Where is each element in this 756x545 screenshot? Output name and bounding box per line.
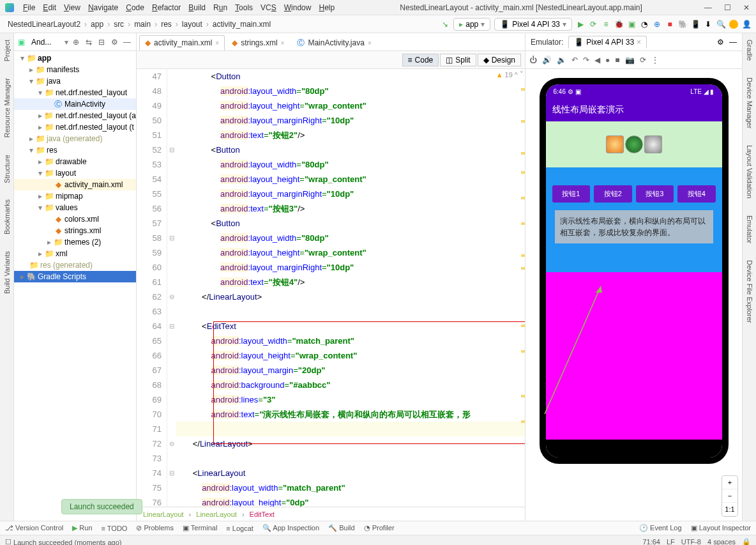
gear-icon[interactable]: ⚙ xyxy=(717,38,724,47)
run-icon[interactable]: ▶ xyxy=(576,20,585,29)
more-icon[interactable]: ⋮ xyxy=(651,56,659,65)
target-icon[interactable]: ⊕ xyxy=(71,37,81,47)
menu-window[interactable]: Window xyxy=(280,3,315,12)
phone-edittext[interactable]: 演示线性布局嵌套，横向和纵向的布局可以相互嵌套，形成比较复杂的界面。 xyxy=(555,210,713,243)
menu-tools[interactable]: Tools xyxy=(231,3,257,12)
close-icon[interactable]: × xyxy=(281,40,285,47)
power-icon[interactable]: ⏻ xyxy=(529,56,537,65)
apply-changes-icon[interactable]: ⟳ xyxy=(589,20,598,29)
crumb-layout[interactable]: layout xyxy=(179,20,205,29)
mode-code[interactable]: ≡ Code xyxy=(402,54,439,66)
crumb-main[interactable]: main xyxy=(132,20,153,29)
tool-project[interactable]: Project xyxy=(3,36,11,65)
tree-xml[interactable]: xml xyxy=(56,249,68,258)
tool-layout-inspector[interactable]: ▣ Layout Inspector xyxy=(691,524,751,532)
tool-build[interactable]: 🔨 Build xyxy=(328,524,355,532)
bc-linearlayout-2[interactable]: LinearLayout xyxy=(193,510,239,518)
back-icon[interactable]: ◀ xyxy=(594,56,600,65)
tree-manifests[interactable]: manifests xyxy=(47,65,79,74)
menu-run[interactable]: Run xyxy=(209,3,231,12)
tool-emulator[interactable]: Emulator xyxy=(746,211,753,247)
tool-app-inspection[interactable]: 🔍 App Inspection xyxy=(262,524,319,532)
tab-strings[interactable]: ◆strings.xml× xyxy=(226,35,290,50)
menu-view[interactable]: View xyxy=(60,3,84,12)
tool-gradle[interactable]: Gradle xyxy=(746,36,753,65)
menu-help[interactable]: Help xyxy=(315,3,338,12)
home-icon[interactable]: ● xyxy=(605,56,610,65)
debug-icon[interactable]: 🐞 xyxy=(614,20,623,29)
tree-res[interactable]: res xyxy=(47,146,57,155)
avd-icon[interactable]: 📱 xyxy=(691,20,700,29)
coverage-icon[interactable]: ▣ xyxy=(627,20,636,29)
tree-colors[interactable]: colors.xml xyxy=(64,215,99,224)
tree-mipmap[interactable]: mipmap xyxy=(56,192,83,201)
close-icon[interactable]: × xyxy=(215,40,219,47)
tab-mainactivity[interactable]: ⒸMainActivity.java× xyxy=(291,35,377,50)
menu-code[interactable]: Code xyxy=(122,3,148,12)
crumb-src[interactable]: src xyxy=(111,20,126,29)
zoom-out[interactable]: − xyxy=(722,489,737,503)
code-editor[interactable]: 4748495051525354555657585960616263646566… xyxy=(137,69,525,507)
rotate-right-icon[interactable]: ↷ xyxy=(583,56,589,65)
crumb-project[interactable]: NestedLinearLayout2 xyxy=(5,20,83,29)
close-icon[interactable]: × xyxy=(368,40,372,47)
tool-logcat[interactable]: ≡ Logcat xyxy=(226,525,253,532)
tree-java[interactable]: java xyxy=(47,77,61,86)
phone-btn4[interactable]: 按钮4 xyxy=(677,185,716,203)
tool-resource-manager[interactable]: Resource Manager xyxy=(3,74,11,142)
tree-pkg3[interactable]: net.drf.nested_layout (t xyxy=(56,123,134,132)
tree-app[interactable]: app xyxy=(38,54,51,63)
close-icon[interactable]: ✕ xyxy=(742,3,751,12)
hide-icon[interactable]: — xyxy=(729,38,737,47)
overview-icon[interactable]: ■ xyxy=(615,56,619,65)
stop-icon[interactable]: ■ xyxy=(665,20,674,29)
tree-mainactivity[interactable]: MainActivity xyxy=(64,100,105,109)
menu-edit[interactable]: Edit xyxy=(39,3,60,12)
search-icon[interactable]: 🔍 xyxy=(716,20,725,29)
tree-themes[interactable]: themes (2) xyxy=(64,238,101,247)
gear-icon[interactable]: ⚙ xyxy=(109,37,119,47)
sync-icon[interactable]: 🐘 xyxy=(678,20,687,29)
tree-pkg2[interactable]: net.drf.nested_layout (a xyxy=(56,111,136,120)
notifications-icon[interactable] xyxy=(729,20,738,29)
status-caret[interactable]: 71:64 xyxy=(642,538,660,545)
phone-screen[interactable]: 6:46 ⚙ ▣ LTE ◢ ▮ 线性布局嵌套演示 按钮1 按钮2 按钮3 xyxy=(546,84,722,457)
volume-down-icon[interactable]: 🔉 xyxy=(557,56,566,65)
bc-edittext[interactable]: EditText xyxy=(247,510,277,518)
profiler-icon[interactable]: ◔ xyxy=(640,20,649,29)
hide-icon[interactable]: — xyxy=(122,37,132,47)
project-tree[interactable]: ▾📁app ▸📁manifests ▾📁java ▾📁net.drf.neste… xyxy=(14,51,136,521)
tool-terminal[interactable]: ▣ Terminal xyxy=(183,524,217,532)
tree-resgen[interactable]: res (generated) xyxy=(40,261,93,270)
volume-up-icon[interactable]: 🔊 xyxy=(542,56,552,65)
sdk-icon[interactable]: ⬇ xyxy=(704,20,713,29)
menu-vcs[interactable]: VCS xyxy=(257,3,280,12)
tree-pkg1[interactable]: net.drf.nested_layout xyxy=(56,88,127,97)
zoom-fit[interactable]: 1:1 xyxy=(722,503,737,516)
tree-values[interactable]: values xyxy=(56,203,78,212)
tree-strings[interactable]: strings.xml xyxy=(64,226,101,235)
status-encoding[interactable]: UTF-8 xyxy=(681,538,701,545)
menu-refactor[interactable]: Refactor xyxy=(148,3,185,12)
status-indent[interactable]: 4 spaces xyxy=(707,538,736,545)
attach-debugger-icon[interactable]: ⊕ xyxy=(653,20,662,29)
menu-file[interactable]: File xyxy=(19,3,39,12)
tree-drawable[interactable]: drawable xyxy=(56,157,87,166)
tool-version-control[interactable]: ⎇ Version Control xyxy=(5,524,63,532)
make-project-icon[interactable]: ↘ xyxy=(441,20,450,29)
mode-split[interactable]: ◫ Split xyxy=(440,54,476,66)
project-view-dropdown[interactable]: And... xyxy=(27,36,62,48)
tree-layout[interactable]: layout xyxy=(56,169,76,178)
emulator-tab[interactable]: 📱 Pixel 4 API 33 × xyxy=(568,36,647,49)
device-dropdown[interactable]: 📱Pixel 4 API 33▾ xyxy=(494,18,572,31)
tool-device-manager[interactable]: Device Manager xyxy=(746,73,753,132)
tree-actxml[interactable]: activity_main.xml xyxy=(64,180,123,189)
mode-design[interactable]: ◆ Design xyxy=(478,54,521,66)
tool-build-variants[interactable]: Build Variants xyxy=(3,247,11,298)
tool-bookmarks[interactable]: Bookmarks xyxy=(3,196,11,238)
crumb-res[interactable]: res xyxy=(158,20,174,29)
code-content[interactable]: ▲19 ^ ˅ <Dutton android:layout_width="80… xyxy=(176,69,525,507)
tree-gradle[interactable]: Gradle Scripts xyxy=(38,272,86,281)
crumb-file[interactable]: activity_main.xml xyxy=(210,20,273,29)
run-config-dropdown[interactable]: ▸app▾ xyxy=(453,18,490,31)
